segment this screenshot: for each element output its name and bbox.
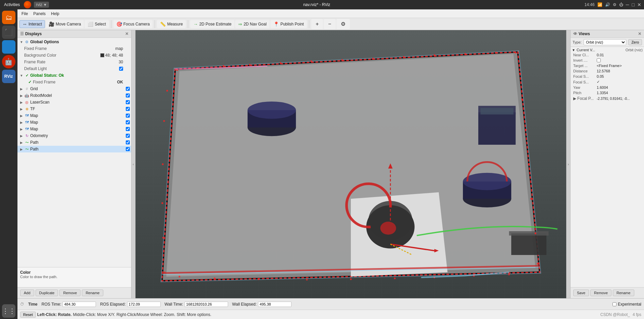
global-options-item[interactable]: ▼ ⚙ Global Options: [17, 39, 131, 45]
add-button[interactable]: Add: [20, 290, 34, 296]
publish-point-button[interactable]: 📍 Publish Point: [270, 20, 307, 28]
robot-model-checkbox[interactable]: [126, 93, 130, 98]
wall-elapsed-input[interactable]: [258, 302, 291, 307]
svg-point-63: [163, 120, 165, 122]
views-close-icon[interactable]: ✕: [638, 31, 641, 36]
menu-file[interactable]: File: [19, 11, 31, 17]
invert-checkbox[interactable]: [597, 58, 601, 62]
map1-expand[interactable]: ▶: [19, 114, 24, 118]
map2-expand[interactable]: ▶: [19, 121, 24, 124]
remove-button[interactable]: Remove: [59, 290, 80, 296]
dock-files-icon[interactable]: 🗂: [2, 11, 15, 24]
laser-scan-expand[interactable]: ▶: [19, 101, 24, 104]
grid-checkbox[interactable]: [126, 87, 130, 91]
sys-maximize-btn[interactable]: □: [632, 2, 635, 7]
interact-button[interactable]: ↔ Interact: [19, 20, 45, 28]
views-title: Views: [579, 31, 590, 36]
sys-minimize-btn[interactable]: ─: [626, 2, 629, 7]
current-view-expand[interactable]: ▼: [572, 48, 577, 52]
select-button[interactable]: ⬜ Select: [85, 20, 109, 28]
dock-grid-icon[interactable]: ⋮⋮: [2, 304, 15, 318]
3d-viewport[interactable]: [136, 30, 566, 298]
sys-close-btn[interactable]: ✕: [637, 2, 641, 7]
odometry-item[interactable]: ▶ ↻ Odometry: [17, 132, 131, 139]
dock-vscode-icon[interactable]: [2, 40, 15, 54]
displays-actions: Add Duplicate Remove Rename: [17, 287, 131, 298]
dock-terminal-icon[interactable]: ⬛: [2, 25, 15, 39]
path1-expand[interactable]: ▶: [19, 141, 24, 144]
left-collapse-handle[interactable]: ‹: [131, 30, 136, 298]
zoom-in-button[interactable]: +: [311, 19, 323, 29]
reset-button[interactable]: Reset: [20, 312, 36, 318]
move-camera-button[interactable]: 🎥 Move Camera: [46, 20, 84, 28]
robot-model-expand[interactable]: ▶: [19, 94, 24, 98]
activities-button[interactable]: Activities: [3, 2, 21, 7]
map1-item[interactable]: ▶ 🗺 Map: [17, 112, 131, 119]
laser-scan-checkbox[interactable]: [126, 100, 130, 104]
current-view-item[interactable]: ▼ Current V... Orbit (rviz): [571, 48, 644, 52]
focal-p-expand[interactable]: ▶: [573, 96, 576, 101]
svg-point-42: [515, 52, 517, 54]
map1-label: Map: [30, 113, 124, 118]
grid-item[interactable]: ▶ # Grid: [17, 85, 131, 92]
displays-panel-icon: ☰: [20, 31, 24, 36]
wall-time-label: Wall Time:: [165, 302, 183, 307]
default-light-checkbox[interactable]: [119, 67, 123, 71]
duplicate-button[interactable]: Duplicate: [36, 290, 58, 296]
global-status-item[interactable]: ▼ ✓ Global Status: Ok: [17, 72, 131, 79]
grid-expand[interactable]: ▶: [19, 87, 24, 91]
dock-rviz-icon[interactable]: RViz: [2, 70, 15, 83]
views-save-button[interactable]: Save: [573, 290, 589, 296]
views-rename-button[interactable]: Rename: [613, 290, 634, 296]
displays-close-icon[interactable]: ✕: [125, 31, 128, 36]
odometry-icon: ↻: [24, 134, 30, 138]
map2-item[interactable]: ▶ 🗺 Map: [17, 119, 131, 126]
map3-checkbox[interactable]: [126, 127, 130, 131]
path2-checkbox[interactable]: [126, 147, 130, 151]
focus-camera-button[interactable]: 🎯 Focus Camera: [113, 20, 153, 28]
map3-item[interactable]: ▶ 🗺 Map: [17, 126, 131, 132]
zoom-out-button[interactable]: −: [324, 19, 335, 29]
odometry-expand[interactable]: ▶: [19, 134, 24, 138]
map2-checkbox[interactable]: [126, 120, 130, 124]
menu-help[interactable]: Help: [48, 11, 62, 17]
global-status-expand[interactable]: ▼: [19, 74, 24, 77]
nav-goal-button[interactable]: ⇒ 2D Nav Goal: [235, 20, 270, 28]
grid-icon: #: [24, 87, 30, 91]
tf-expand[interactable]: ▶: [19, 107, 24, 111]
views-remove-button[interactable]: Remove: [590, 290, 611, 296]
robot-model-item[interactable]: ▶ 🤖 RobotModel: [17, 92, 131, 99]
ros-time-input[interactable]: [62, 302, 96, 307]
path1-checkbox[interactable]: [126, 140, 130, 144]
svg-point-58: [178, 276, 180, 277]
views-zero-button[interactable]: Zero: [628, 39, 642, 45]
path2-expand[interactable]: ▶: [19, 147, 24, 151]
path1-item[interactable]: ▶ 〜 Path: [17, 139, 131, 146]
dock-ros-icon[interactable]: 🤖: [2, 55, 15, 68]
measure-button[interactable]: 📏 Measure: [157, 20, 186, 28]
views-type-row: Type: Orbit (rviz) Zero: [571, 38, 644, 47]
tf-checkbox[interactable]: [126, 107, 130, 111]
experimental-checkbox[interactable]: [612, 302, 616, 306]
svg-point-35: [310, 60, 312, 62]
ros-time-label: ROS Time:: [42, 302, 61, 307]
select-icon: ⬜: [88, 21, 93, 27]
bg-color-swatch[interactable]: [100, 53, 104, 57]
fps-label: 4 fps: [633, 312, 641, 317]
menu-panels[interactable]: Panels: [31, 11, 48, 17]
tf-item[interactable]: ▶ ⊕ TF: [17, 106, 131, 112]
odometry-checkbox[interactable]: [126, 134, 130, 138]
wall-time-input[interactable]: [184, 302, 228, 307]
settings-button[interactable]: ⚙: [336, 19, 350, 29]
map1-checkbox[interactable]: [126, 114, 130, 118]
path2-item[interactable]: ▶ 〜 Path: [17, 146, 131, 152]
views-type-select[interactable]: Orbit (rviz): [584, 39, 626, 45]
global-options-expand[interactable]: ▼: [19, 40, 24, 44]
rename-button[interactable]: Rename: [82, 290, 103, 296]
ros-elapsed-input[interactable]: [127, 302, 161, 307]
right-collapse-handle[interactable]: ›: [566, 30, 570, 298]
pose-estimate-button[interactable]: → 2D Pose Estimate: [190, 20, 234, 28]
right-click-hint: Right-Click/Mouse Wheel: Zoom.: [116, 312, 175, 317]
map3-expand[interactable]: ▶: [19, 127, 24, 131]
laser-scan-item[interactable]: ▶ ◎ LaserScan: [17, 99, 131, 106]
